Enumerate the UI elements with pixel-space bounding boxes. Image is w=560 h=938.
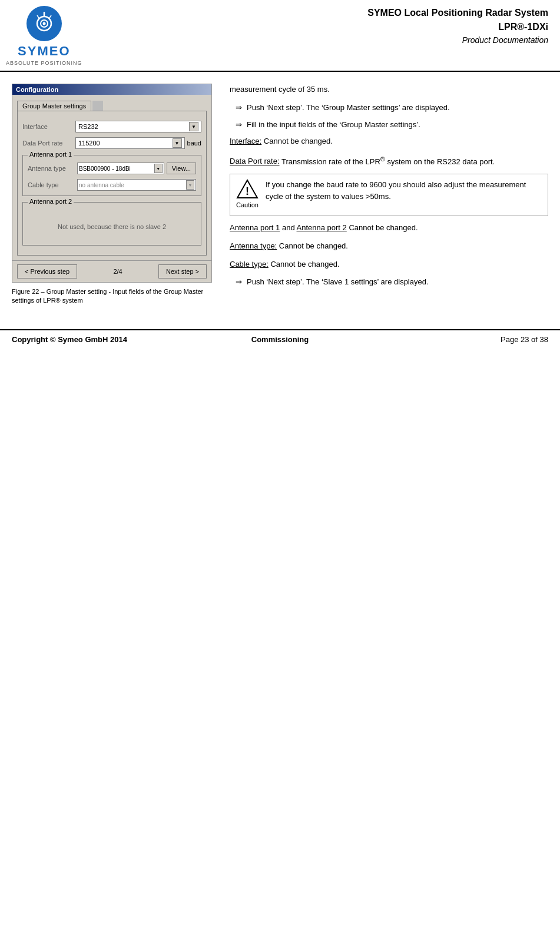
product-line2: LPR®-1DXi xyxy=(367,20,548,34)
product-line1: SYMEO Local Positioning Radar System xyxy=(367,6,548,20)
antenna-desc: Antenna port 1 and Antenna port 2 Cannot… xyxy=(230,222,548,234)
config-dialog: Configuration Group Master settings Inte… xyxy=(12,84,212,283)
interface-row: Interface RS232 ▼ xyxy=(22,121,201,132)
antenna-type-arrow[interactable]: ▼ xyxy=(154,164,163,173)
antenna-type-row: Antenna type BSB000900 - 18dBi ▼ View... xyxy=(28,163,196,174)
dialog-titlebar: Configuration xyxy=(12,84,211,95)
next-step-button[interactable]: Next step > xyxy=(158,264,207,279)
antenna-port1-heading: Antenna port 1 xyxy=(230,223,280,232)
figure-caption: Figure 22 – Group Master setting - Input… xyxy=(12,287,212,306)
interface-label: Interface xyxy=(22,123,75,130)
footer-page: Page 23 of 38 xyxy=(501,335,548,344)
bullet1-text: Push ‘Next step’. The ‘Group Master sett… xyxy=(247,102,450,114)
arrow-icon-1: ⇒ xyxy=(236,102,242,114)
cable-type-label: Cable type xyxy=(28,181,75,188)
product-doc: Product Documentation xyxy=(367,34,548,47)
interface-desc: Interface: Cannot be changed. xyxy=(230,135,548,148)
page-footer: Copyright © Symeo GmbH 2014 Commissionin… xyxy=(0,329,560,349)
bullet1: ⇒ Push ‘Next step’. The ‘Group Master se… xyxy=(230,102,548,114)
logo-area: SYMEO ABSOLUTE POSITIONING xyxy=(6,6,82,66)
cable-type-row: Cable type no antenna cable ▼ xyxy=(28,179,196,191)
svg-text:!: ! xyxy=(246,185,249,197)
symeo-logo-icon xyxy=(31,11,57,37)
footer-copyright: Copyright © Symeo GmbH 2014 xyxy=(12,335,127,344)
main-content: Configuration Group Master settings Inte… xyxy=(0,72,560,306)
data-port-desc: Data Port rate: Transmission rate of the… xyxy=(230,154,548,168)
step-indicator: 2/4 xyxy=(113,268,122,275)
antenna-type-heading: Antenna type: xyxy=(230,241,277,250)
header-title-area: SYMEO Local Positioning Radar System LPR… xyxy=(367,6,548,47)
footer-section: Commissioning xyxy=(251,335,309,344)
antenna-type-label: Antenna type xyxy=(28,165,75,172)
cable-type-text: Cannot be changed. xyxy=(270,260,339,269)
antenna1-group: Antenna port 1 Antenna type BSB000900 - … xyxy=(22,155,201,196)
view-button[interactable]: View... xyxy=(167,163,196,174)
data-port-row: Data Port rate 115200 ▼ baud xyxy=(22,137,201,149)
antenna-type-select[interactable]: BSB000900 - 18dBi ▼ xyxy=(77,163,164,174)
antenna2-message: Not used, because there is no slave 2 xyxy=(28,205,196,240)
intro-text: measurement cycle of 35 ms. xyxy=(230,84,548,96)
antenna-port2-heading: Antenna port 2 xyxy=(297,223,347,232)
tab-bar: Group Master settings xyxy=(17,100,207,111)
tab-empty[interactable] xyxy=(92,101,103,111)
arrow-icon-2: ⇒ xyxy=(236,119,242,131)
interface-text: Cannot be changed. xyxy=(264,137,333,145)
data-port-heading: Data Port rate: xyxy=(230,157,280,166)
left-panel: Configuration Group Master settings Inte… xyxy=(12,84,212,306)
bullet3-text: Push ‘Next step’. The ‘Slave 1 settings’… xyxy=(247,276,429,289)
cable-type-desc: Cable type: Cannot be changed. xyxy=(230,258,548,271)
company-tagline: ABSOLUTE POSITIONING xyxy=(6,60,82,66)
data-port-label: Data Port rate xyxy=(22,140,75,147)
page-header: SYMEO ABSOLUTE POSITIONING SYMEO Local P… xyxy=(0,0,560,72)
data-port-suffix: baud xyxy=(187,140,201,147)
dialog-bottom-bar: < Previous step 2/4 Next step > xyxy=(12,260,211,282)
interface-select-arrow[interactable]: ▼ xyxy=(189,122,198,131)
bullet2: ⇒ Fill in the input fields of the ‘Group… xyxy=(230,119,548,131)
interface-heading: Interface: xyxy=(230,137,261,145)
data-port-text: Transmission rate of the LPR® system on … xyxy=(281,157,495,166)
prev-step-button[interactable]: < Previous step xyxy=(17,264,77,279)
cable-type-select[interactable]: no antenna cable ▼ xyxy=(77,179,196,191)
antenna-text: Cannot be changed. xyxy=(349,223,417,232)
antenna2-group: Antenna port 2 Not used, because there i… xyxy=(22,202,201,246)
bullet2-text: Fill in the input fields of the ‘Group M… xyxy=(247,119,420,131)
interface-select[interactable]: RS232 ▼ xyxy=(75,121,201,132)
antenna1-group-title: Antenna port 1 xyxy=(28,151,74,158)
dialog-title: Configuration xyxy=(16,86,58,93)
data-port-select-arrow[interactable]: ▼ xyxy=(173,138,182,148)
dialog-body: Group Master settings Interface RS232 ▼ xyxy=(12,95,211,260)
antenna2-group-title: Antenna port 2 xyxy=(28,198,74,205)
arrow-icon-3: ⇒ xyxy=(236,276,242,289)
right-panel: measurement cycle of 35 ms. ⇒ Push ‘Next… xyxy=(230,84,548,306)
cable-type-heading: Cable type: xyxy=(230,260,269,269)
caution-icon-area: ! Caution xyxy=(236,179,259,211)
caution-triangle-icon: ! xyxy=(236,179,259,199)
data-port-select[interactable]: 115200 ▼ xyxy=(75,137,185,149)
antenna-type-text: Cannot be changed. xyxy=(279,241,348,250)
logo-circle xyxy=(26,6,62,41)
cable-type-arrow[interactable]: ▼ xyxy=(186,180,194,190)
caution-text: If you change the baud rate to 9600 you … xyxy=(266,179,542,202)
bullet3: ⇒ Push ‘Next step’. The ‘Slave 1 setting… xyxy=(230,276,548,289)
company-name: SYMEO xyxy=(18,44,70,59)
svg-point-3 xyxy=(42,22,45,25)
caution-label: Caution xyxy=(236,200,259,211)
antenna-type-desc: Antenna type: Cannot be changed. xyxy=(230,240,548,253)
tab-group-master[interactable]: Group Master settings xyxy=(17,101,91,111)
tab-content: Interface RS232 ▼ Data Port rate 115200 … xyxy=(17,111,207,256)
caution-box: ! Caution If you change the baud rate to… xyxy=(230,174,548,216)
